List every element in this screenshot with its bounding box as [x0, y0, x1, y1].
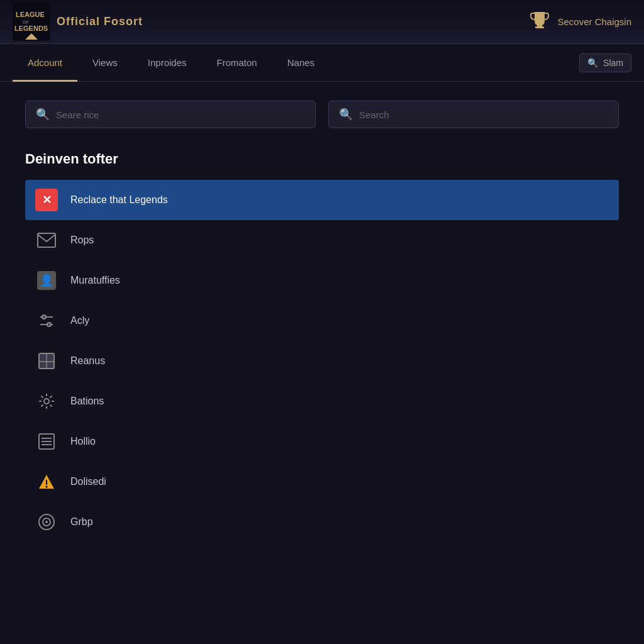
shield-icon [35, 350, 58, 372]
list-container: Reclace that Legends Rops 👤 Muratuffies [25, 180, 619, 542]
svg-text:LEAGUE: LEAGUE [16, 11, 45, 18]
svg-point-25 [45, 521, 48, 523]
lol-logo-icon: LEAGUE OF LEGENDS [13, 3, 50, 41]
list-item-6[interactable]: Hollio [25, 421, 619, 462]
list-item-8[interactable]: Grbp [25, 502, 619, 542]
svg-rect-6 [535, 26, 544, 28]
svg-text:OF: OF [23, 20, 29, 25]
list-item-7[interactable]: Dolisedi [25, 462, 619, 502]
list-icon [35, 430, 58, 453]
list-item-5[interactable]: Bations [25, 381, 619, 421]
tab-search-text: Slam [603, 58, 623, 68]
header: LEAGUE OF LEGENDS Official Fosort Secove… [0, 0, 644, 44]
svg-point-11 [47, 323, 51, 326]
list-item-label-0: Reclace that Legends [70, 194, 168, 206]
tab-inproides[interactable]: Inproides [133, 44, 202, 82]
person-icon: 👤 [35, 269, 58, 292]
circle-icon [35, 511, 58, 533]
section-title: Deinven tofter [25, 151, 619, 167]
search-input-left[interactable] [56, 109, 305, 120]
list-item-label-2: Muratuffies [70, 275, 120, 286]
list-item-label-3: Acly [70, 315, 89, 326]
search-box-right[interactable]: 🔍 [328, 101, 619, 128]
search-input-right[interactable] [359, 109, 608, 120]
main-content: 🔍 🔍 Deinven tofter Reclace that Legends [0, 82, 644, 644]
sliders-icon [35, 309, 58, 332]
header-right: Secover Chaigsin [530, 9, 631, 34]
svg-point-15 [44, 399, 49, 404]
list-item-label-6: Hollio [70, 436, 96, 447]
gear-icon [35, 390, 58, 413]
list-item-label-5: Bations [70, 396, 104, 407]
search-box-left[interactable]: 🔍 [25, 101, 316, 128]
tab-search-icon: 🔍 [587, 58, 598, 68]
list-item-1[interactable]: Rops [25, 220, 619, 260]
tab-search-box[interactable]: 🔍 Slam [579, 53, 631, 72]
list-item-label-4: Reanus [70, 355, 105, 367]
list-item-label-1: Rops [70, 235, 94, 246]
svg-rect-7 [38, 233, 55, 247]
header-username: Secover Chaigsin [557, 16, 631, 27]
svg-point-9 [42, 315, 46, 319]
envelope-icon [35, 229, 58, 252]
trophy-icon [530, 9, 550, 34]
list-item-0[interactable]: Reclace that Legends [25, 180, 619, 220]
triangle-icon [35, 470, 58, 493]
tabs-bar: Adcount Views Inproides Fromaton Nanes 🔍… [0, 44, 644, 82]
tab-views[interactable]: Views [77, 44, 133, 82]
search-icon-right: 🔍 [339, 108, 353, 121]
search-icon-left: 🔍 [36, 108, 50, 121]
list-item-label-7: Dolisedi [70, 476, 106, 487]
svg-point-22 [46, 486, 48, 488]
header-title: Official Fosort [57, 15, 143, 28]
list-item-2[interactable]: 👤 Muratuffies [25, 260, 619, 301]
search-row: 🔍 🔍 [25, 101, 619, 128]
list-item-label-8: Grbp [70, 516, 93, 528]
list-item-3[interactable]: Acly [25, 301, 619, 341]
svg-text:LEGENDS: LEGENDS [14, 25, 48, 32]
game-icon [35, 189, 58, 211]
list-item-4[interactable]: Reanus [25, 341, 619, 381]
tab-nanes[interactable]: Nanes [272, 44, 330, 82]
tab-fromaton[interactable]: Fromaton [202, 44, 272, 82]
tab-adcount[interactable]: Adcount [13, 44, 77, 82]
logo-area: LEAGUE OF LEGENDS Official Fosort [13, 3, 143, 41]
